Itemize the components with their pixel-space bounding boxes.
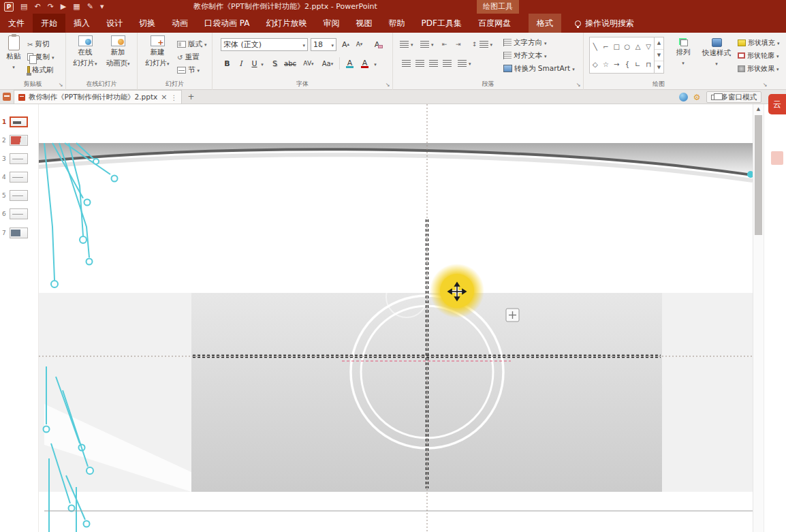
shape-elbow-icon[interactable]: ⌐ xyxy=(601,37,612,55)
powerpoint-logo-icon[interactable]: P xyxy=(4,2,14,12)
new-document-icon[interactable]: ▦ xyxy=(73,0,80,14)
save-icon[interactable]: ▤ xyxy=(20,0,27,14)
shape-diamond-icon[interactable]: ◇ xyxy=(590,55,601,73)
shape-gallery-up-icon[interactable]: ▲ xyxy=(655,37,663,49)
shape-oval-icon[interactable]: ○ xyxy=(622,37,633,55)
tab-transitions[interactable]: 切换 xyxy=(131,14,163,33)
clear-formatting-button[interactable]: A xyxy=(371,38,387,50)
drawing-dialog-launcher[interactable] xyxy=(761,82,768,89)
new-animation-page-button[interactable]: 新加 动画页 xyxy=(103,35,133,68)
tab-insert[interactable]: 插入 xyxy=(65,14,98,33)
close-document-icon[interactable] xyxy=(161,93,167,101)
tab-slideshow[interactable]: 幻灯片放映 xyxy=(258,14,315,33)
tab-pdf-tools[interactable]: PDF工具集 xyxy=(413,14,470,33)
shape-gallery-more-icon[interactable]: ▼ xyxy=(655,61,663,73)
decrease-indent-button[interactable]: ⇤ xyxy=(442,38,447,50)
shape-gallery-down-icon[interactable]: ▼ xyxy=(655,49,663,61)
increase-indent-button[interactable]: ⇥ xyxy=(456,38,461,50)
vertical-scrollbar[interactable]: ▲ xyxy=(753,104,764,532)
tab-home[interactable]: 开始 xyxy=(33,14,65,33)
justify-button[interactable] xyxy=(441,57,454,69)
tab-review[interactable]: 审阅 xyxy=(315,14,348,33)
align-right-button[interactable] xyxy=(427,57,440,69)
columns-button[interactable] xyxy=(458,57,471,69)
slide-thumbnail-7[interactable]: 7 xyxy=(0,225,39,241)
strikethrough-button[interactable]: abc xyxy=(282,57,298,69)
shape-arrow-icon[interactable]: → xyxy=(611,55,622,73)
font-size-combo[interactable]: 18 xyxy=(311,38,336,51)
tab-more-icon[interactable] xyxy=(170,93,177,101)
sync-sphere-icon[interactable] xyxy=(679,93,688,101)
tab-format[interactable]: 格式 xyxy=(529,14,561,33)
tab-plugin-icon[interactable] xyxy=(3,93,11,101)
customize-qat-chevron-icon[interactable]: ▾ xyxy=(100,0,104,14)
quick-styles-button[interactable]: 快速样式 xyxy=(699,38,734,67)
new-tab-button[interactable]: + xyxy=(185,91,197,103)
slide-thumbnail-3[interactable]: 3 xyxy=(0,151,39,167)
align-text-button[interactable]: 对齐文本 xyxy=(503,50,547,61)
slide-thumbnail-4[interactable]: 4 xyxy=(0,169,39,185)
cut-button[interactable]: 剪切 xyxy=(27,38,49,50)
reset-button[interactable]: 重置 xyxy=(177,51,199,63)
align-left-button[interactable] xyxy=(400,57,413,69)
shrink-font-button[interactable]: A▾ xyxy=(353,38,366,50)
arrange-button[interactable]: 排列 xyxy=(671,38,695,66)
redo-icon[interactable]: ↷ xyxy=(48,0,54,14)
italic-button[interactable]: I xyxy=(234,57,247,69)
tell-me-search[interactable]: 操作说明搜索 xyxy=(575,14,634,33)
plugin-secondary-badge[interactable] xyxy=(771,151,783,165)
settings-gear-icon[interactable]: ⚙ xyxy=(693,93,701,101)
text-shadow-button[interactable]: S xyxy=(268,57,281,69)
paragraph-dialog-launcher[interactable] xyxy=(575,82,582,89)
slide-thumbnail-6[interactable]: 6 xyxy=(0,206,39,222)
tab-design[interactable]: 设计 xyxy=(98,14,131,33)
shape-brace-icon[interactable]: { xyxy=(622,55,633,73)
text-direction-button[interactable]: 文字方向 xyxy=(503,37,547,48)
slide-thumbnail-1[interactable]: 1 xyxy=(0,114,39,130)
shape-effects-button[interactable]: 形状效果 xyxy=(738,63,779,74)
shape-fill-button[interactable]: 形状填充 xyxy=(738,37,780,48)
underline-chevron[interactable] xyxy=(259,57,266,69)
font-dialog-launcher[interactable] xyxy=(384,82,391,89)
shape-bracket-icon[interactable]: ⊓ xyxy=(643,55,654,73)
paste-button[interactable]: 粘贴 xyxy=(3,35,25,70)
bold-button[interactable]: B xyxy=(221,57,234,69)
tab-help[interactable]: 帮助 xyxy=(381,14,413,33)
grow-font-button[interactable]: A▴ xyxy=(339,38,352,50)
change-case-button[interactable]: Aa xyxy=(319,57,336,69)
slide-thumbnail-5[interactable]: 5 xyxy=(0,187,39,204)
layout-button[interactable]: 版式 xyxy=(177,38,207,50)
tab-animations[interactable]: 动画 xyxy=(163,14,196,33)
start-slideshow-icon[interactable]: ▶ xyxy=(61,0,66,14)
text-highlight-button[interactable]: A xyxy=(343,57,356,69)
tab-pocket-animation[interactable]: 口袋动画 PA xyxy=(196,14,258,33)
clipboard-dialog-launcher[interactable] xyxy=(57,82,64,89)
online-slides-button[interactable]: 在线 幻灯片 xyxy=(70,35,100,68)
shape-angle-icon[interactable]: ∟ xyxy=(633,55,644,73)
line-spacing-button[interactable]: ↕ xyxy=(472,38,492,50)
section-button[interactable]: 节 xyxy=(177,64,200,76)
cloud-plugin-badge[interactable]: 云 xyxy=(768,94,786,114)
character-spacing-button[interactable]: AV xyxy=(300,57,317,69)
shape-triangle-down-icon[interactable]: ▽ xyxy=(643,37,654,55)
scrollbar-thumb[interactable] xyxy=(755,115,762,235)
shape-triangle-icon[interactable]: △ xyxy=(633,37,644,55)
convert-smartart-button[interactable]: 转换为 SmartArt xyxy=(503,63,575,74)
shape-outline-button[interactable]: 形状轮廓 xyxy=(738,50,779,61)
align-center-button[interactable] xyxy=(413,57,426,69)
new-slide-button[interactable]: 新建 幻灯片 xyxy=(142,35,173,68)
shape-line-icon[interactable]: ╲ xyxy=(590,37,601,55)
font-color-chevron[interactable] xyxy=(372,57,379,69)
shape-rectangle-icon[interactable]: □ xyxy=(611,37,622,55)
tab-baidu-pan[interactable]: 百度网盘 xyxy=(470,14,519,33)
font-family-combo[interactable]: 宋体 (正文) xyxy=(221,38,308,51)
multi-window-mode-button[interactable]: 多窗口模式 xyxy=(706,91,762,103)
undo-icon[interactable]: ↶ xyxy=(34,0,40,14)
numbering-button[interactable] xyxy=(420,38,434,50)
slide-thumbnail-2[interactable]: 2 xyxy=(0,132,39,148)
shape-star-icon[interactable]: ☆ xyxy=(601,55,612,73)
slide-editing-canvas[interactable] xyxy=(39,104,753,532)
format-painter-button[interactable]: 格式刷 xyxy=(27,64,54,76)
copy-button[interactable]: 复制 xyxy=(27,51,54,63)
bullets-button[interactable] xyxy=(400,38,413,50)
